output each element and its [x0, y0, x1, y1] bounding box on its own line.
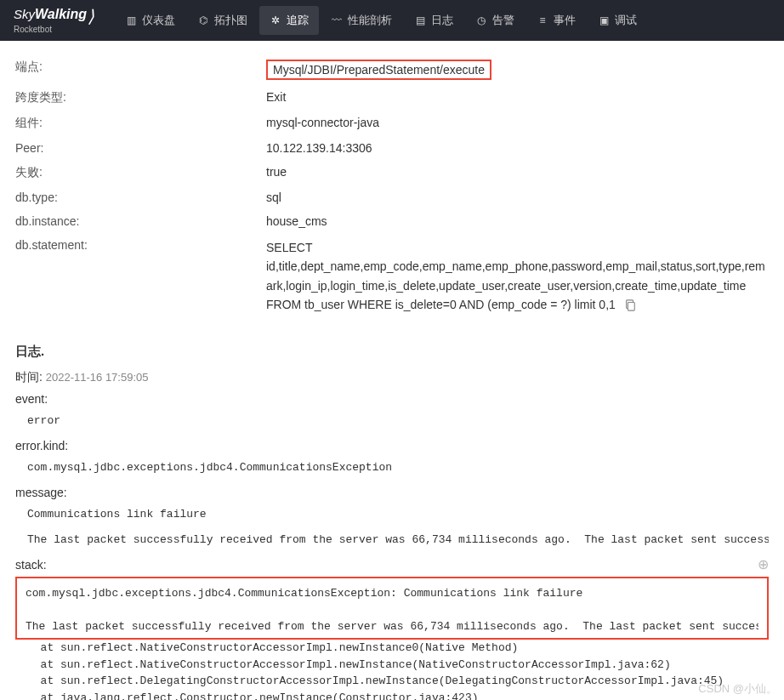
copy-icon[interactable] — [624, 299, 636, 311]
value-spantype: Exit — [266, 90, 769, 105]
label-dbinstance: db.instance: — [15, 214, 266, 228]
content: 端点: Mysql/JDBI/PreparedStatement/execute… — [0, 41, 784, 700]
logo[interactable]: SkyWalking⟩ Rocketbot — [14, 8, 94, 34]
value-event: error — [15, 409, 769, 432]
svg-rect-1 — [628, 303, 634, 311]
row-spantype: 跨度类型: Exit — [15, 85, 769, 111]
stack-line: at sun.reflect.NativeConstructorAccessor… — [15, 640, 769, 657]
log-icon: ▤ — [414, 14, 426, 26]
label-stack: stack: ⊕ — [15, 558, 769, 572]
nav-label: 追踪 — [287, 13, 309, 28]
row-peer: Peer: 10.122.139.14:3306 — [15, 136, 769, 160]
nav-debug[interactable]: ▣调试 — [588, 6, 647, 35]
value-failed: true — [266, 165, 769, 180]
row-failed: 失败: true — [15, 160, 769, 185]
row-endpoint: 端点: Mysql/JDBI/PreparedStatement/execute — [15, 54, 769, 85]
label-failed: 失败: — [15, 165, 266, 180]
stack-line: at java.lang.reflect.Constructor.newInst… — [15, 690, 769, 700]
debug-icon: ▣ — [598, 14, 610, 26]
nav-alarm[interactable]: ◷告警 — [465, 6, 525, 35]
log-title: 日志. — [15, 344, 769, 360]
topology-icon: ⌬ — [197, 14, 209, 26]
stack-line: The last packet successfully received fr… — [26, 618, 758, 635]
nav-profile[interactable]: 〰性能剖析 — [321, 6, 402, 35]
value-dbstatement: SELECT id,title,dept_name,emp_code,emp_n… — [266, 238, 769, 315]
nav-label: 告警 — [492, 13, 514, 28]
value-message: Communications link failure The last pac… — [15, 503, 769, 551]
value-peer: 10.122.139.14:3306 — [266, 141, 769, 155]
nav-trace[interactable]: ✲追踪 — [259, 6, 319, 35]
label-message: message: — [15, 486, 769, 499]
label-event: event: — [15, 392, 769, 406]
nav-event[interactable]: ≡事件 — [526, 6, 586, 35]
nav-label: 性能剖析 — [348, 13, 392, 28]
label-spantype: 跨度类型: — [15, 90, 266, 105]
nav-label: 调试 — [615, 13, 637, 28]
stack-rest: at sun.reflect.NativeConstructorAccessor… — [15, 640, 769, 700]
label-peer: Peer: — [15, 141, 266, 155]
value-dbinstance: house_cms — [266, 214, 769, 228]
nav-label: 事件 — [554, 13, 576, 28]
nav-label: 仪表盘 — [142, 13, 175, 28]
nav-dashboard[interactable]: ▥仪表盘 — [115, 6, 185, 35]
stack-line: at sun.reflect.NativeConstructorAccessor… — [15, 657, 769, 674]
value-component: mysql-connector-java — [266, 116, 769, 131]
nav-topology[interactable]: ⌬拓扑图 — [187, 6, 258, 35]
row-dbtype: db.type: sql — [15, 185, 769, 209]
trace-icon: ✲ — [270, 14, 281, 26]
topbar: SkyWalking⟩ Rocketbot ▥仪表盘⌬拓扑图✲追踪〰性能剖析▤日… — [0, 0, 784, 41]
alarm-icon: ◷ — [475, 14, 487, 26]
log-time: 时间: 2022-11-16 17:59:05 — [15, 370, 769, 385]
row-component: 组件: mysql-connector-java — [15, 111, 769, 136]
dashboard-icon: ▥ — [125, 14, 137, 26]
nav: ▥仪表盘⌬拓扑图✲追踪〰性能剖析▤日志◷告警≡事件▣调试 — [115, 6, 647, 35]
nav-label: 日志 — [431, 13, 453, 28]
label-component: 组件: — [15, 116, 266, 131]
row-dbinstance: db.instance: house_cms — [15, 209, 769, 233]
row-dbstatement: db.statement: SELECT id,title,dept_name,… — [15, 233, 769, 320]
value-errorkind: com.mysql.jdbc.exceptions.jdbc4.Communic… — [15, 456, 769, 479]
nav-label: 拓扑图 — [214, 13, 247, 28]
stack-box: com.mysql.jdbc.exceptions.jdbc4.Communic… — [15, 577, 769, 640]
nav-log[interactable]: ▤日志 — [404, 6, 463, 35]
event-icon: ≡ — [537, 14, 548, 26]
expand-icon[interactable]: ⊕ — [758, 556, 769, 572]
watermark: CSDN @小仙。 — [698, 681, 777, 697]
stack-line: at sun.reflect.DelegatingConstructorAcce… — [15, 673, 769, 690]
label-errorkind: error.kind: — [15, 439, 769, 452]
profile-icon: 〰 — [331, 14, 343, 26]
value-dbtype: sql — [266, 191, 769, 204]
stack-line — [26, 601, 758, 618]
stack-line: com.mysql.jdbc.exceptions.jdbc4.Communic… — [26, 585, 758, 602]
value-endpoint: Mysql/JDBI/PreparedStatement/execute — [266, 60, 491, 80]
label-endpoint: 端点: — [15, 60, 266, 80]
label-dbstatement: db.statement: — [15, 238, 266, 315]
label-dbtype: db.type: — [15, 191, 266, 204]
